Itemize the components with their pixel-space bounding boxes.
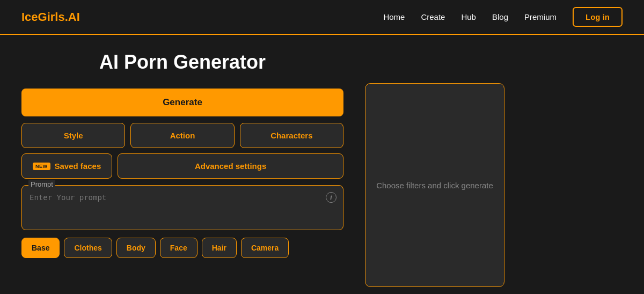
- prompt-container: Prompt i: [21, 185, 343, 230]
- tab-clothes[interactable]: Clothes: [64, 238, 112, 258]
- filter-row: Style Action Characters: [21, 123, 343, 148]
- saved-faces-button[interactable]: NEW Saved faces: [21, 153, 112, 179]
- site-header: IceGirls.AI Home Create Hub Blog Premium…: [0, 0, 644, 35]
- nav-create[interactable]: Create: [421, 12, 445, 21]
- new-badge: NEW: [33, 163, 50, 170]
- tab-body[interactable]: Body: [116, 238, 156, 258]
- advanced-settings-button[interactable]: Advanced settings: [118, 153, 343, 179]
- nav-blog[interactable]: Blog: [492, 12, 508, 21]
- right-panel: Choose filters and click generate: [365, 83, 504, 287]
- bottom-tabs: Base Clothes Body Face Hair Camera: [21, 238, 343, 258]
- login-button[interactable]: Log in: [573, 7, 623, 27]
- saved-faces-label: Saved faces: [55, 161, 101, 171]
- nav-hub[interactable]: Hub: [461, 12, 476, 21]
- characters-filter-button[interactable]: Characters: [240, 123, 343, 148]
- style-filter-button[interactable]: Style: [21, 123, 125, 148]
- info-icon[interactable]: i: [326, 192, 336, 203]
- tab-hair[interactable]: Hair: [202, 238, 237, 258]
- logo-highlight: AI: [68, 10, 80, 24]
- main-nav: Home Create Hub Blog Premium Log in: [383, 7, 623, 27]
- prompt-input[interactable]: [30, 193, 321, 220]
- right-panel-text: Choose filters and click generate: [376, 181, 493, 190]
- second-row: NEW Saved faces Advanced settings: [21, 153, 343, 179]
- site-logo: IceGirls.AI: [21, 10, 80, 24]
- tab-base[interactable]: Base: [21, 238, 60, 258]
- logo-text: IceGirls.: [21, 10, 68, 24]
- nav-home[interactable]: Home: [383, 12, 405, 21]
- prompt-label: Prompt: [28, 180, 55, 188]
- page-title: AI Porn Generator: [21, 51, 343, 74]
- main-content: AI Porn Generator Generate Style Action …: [0, 35, 644, 294]
- nav-premium[interactable]: Premium: [524, 12, 557, 21]
- action-filter-button[interactable]: Action: [130, 123, 234, 148]
- generate-button[interactable]: Generate: [21, 89, 343, 116]
- left-panel: AI Porn Generator Generate Style Action …: [21, 51, 343, 287]
- tab-face[interactable]: Face: [160, 238, 197, 258]
- tab-camera[interactable]: Camera: [241, 238, 289, 258]
